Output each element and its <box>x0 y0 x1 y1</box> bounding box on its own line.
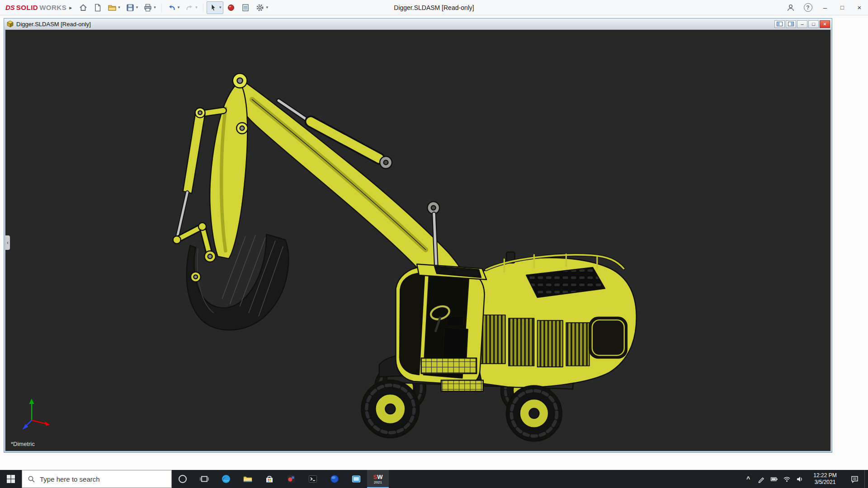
redo-caret-icon[interactable]: ▾ <box>195 5 198 9</box>
ds-logo: DS <box>5 4 15 11</box>
tile-windows-button[interactable] <box>786 20 796 28</box>
options-button[interactable]: ▾ <box>253 1 270 14</box>
select-tool-button[interactable]: ▾ <box>207 1 224 14</box>
close-button[interactable]: × <box>851 0 868 15</box>
cascade-windows-button[interactable] <box>774 20 785 28</box>
side-vent <box>509 318 534 366</box>
taskbar-app-button-sphere[interactable] <box>324 470 345 488</box>
window-app-icon <box>351 474 362 484</box>
step-grid <box>421 358 476 374</box>
wifi-icon <box>783 475 791 483</box>
help-icon: ? <box>804 3 812 12</box>
account-button[interactable] <box>782 0 799 15</box>
help-button[interactable]: ? <box>799 0 816 15</box>
clock-date: 3/5/2021 <box>815 479 836 486</box>
document-titlebar[interactable]: Digger.SLDASM [Read-only] – □ × <box>4 19 832 29</box>
assembly-cube-icon <box>7 20 14 28</box>
save-button[interactable]: ▾ <box>123 1 141 14</box>
tray-battery-button[interactable] <box>768 470 780 488</box>
new-document-icon <box>93 3 102 12</box>
task-view-button[interactable] <box>193 470 215 488</box>
window-title: Digger.SLDASM [Read-only] <box>394 0 474 15</box>
open-button[interactable]: ▾ <box>105 1 123 14</box>
volume-icon <box>796 475 803 483</box>
print-icon <box>143 3 152 12</box>
solidworks-logo: DS SOLIDWORKS <box>5 4 66 11</box>
start-button[interactable] <box>0 470 22 488</box>
colored-app-icon <box>286 474 297 484</box>
windows-logo-icon <box>6 474 15 483</box>
taskbar-search-input[interactable] <box>40 475 166 483</box>
appearance-sphere-icon <box>226 3 236 12</box>
document-title: Digger.SLDASM [Read-only] <box>16 21 91 28</box>
taskbar-edge-button[interactable] <box>215 470 237 488</box>
account-icon <box>786 3 795 12</box>
tray-network-button[interactable] <box>780 470 793 488</box>
cortana-button[interactable] <box>172 470 193 488</box>
taskbar-store-button[interactable] <box>259 470 280 488</box>
appearances-button[interactable] <box>224 1 238 14</box>
taskbar-file-explorer-button[interactable] <box>237 470 259 488</box>
show-desktop-button[interactable] <box>864 470 868 488</box>
excavator-model[interactable] <box>5 30 830 451</box>
side-vent <box>566 323 589 366</box>
file-explorer-icon <box>242 474 253 484</box>
select-caret-icon[interactable]: ▾ <box>219 5 222 9</box>
step-grid <box>441 380 483 391</box>
redo-icon <box>185 3 194 12</box>
solidworks-icon: SW 2021 <box>373 474 383 484</box>
undo-button[interactable]: ▾ <box>165 1 182 14</box>
home-button[interactable] <box>76 1 90 14</box>
redo-button[interactable]: ▾ <box>183 1 200 14</box>
save-caret-icon[interactable]: ▾ <box>136 5 138 9</box>
open-caret-icon[interactable]: ▾ <box>118 5 120 9</box>
store-icon <box>264 474 275 484</box>
cascade-windows-icon <box>777 22 783 26</box>
taskbar-solidworks-button[interactable]: SW 2021 <box>367 470 389 488</box>
taskbar: SW 2021 ^ 12:22 PM 3/5/2021 <box>0 470 868 488</box>
document-window: Digger.SLDASM [Read-only] – □ × <box>4 18 832 453</box>
design-table-button[interactable] <box>239 1 252 14</box>
tray-volume-button[interactable] <box>793 470 806 488</box>
document-minimize-button[interactable]: – <box>797 20 807 28</box>
document-restore-button[interactable]: □ <box>808 20 819 28</box>
feature-tree-collapse-tab[interactable]: ‹ <box>5 235 10 250</box>
tray-pen-button[interactable] <box>755 470 768 488</box>
sphere-app-icon <box>329 474 340 484</box>
home-icon <box>79 3 88 12</box>
cortana-icon <box>178 474 188 484</box>
titlebar-right-controls: ? – □ × <box>782 0 868 15</box>
task-view-icon <box>199 474 209 484</box>
select-cursor-icon <box>209 3 218 12</box>
3d-viewport[interactable]: *Dimetric ‹ <box>5 29 831 451</box>
open-folder-icon <box>108 3 117 12</box>
command-prompt-icon <box>307 474 318 484</box>
orientation-label: *Dimetric <box>11 441 35 447</box>
document-window-buttons: – □ × <box>774 20 830 28</box>
document-close-button[interactable]: × <box>820 20 830 28</box>
action-center-button[interactable] <box>844 470 864 488</box>
taskbar-app-button-window[interactable] <box>345 470 367 488</box>
toolbar-separator <box>203 3 203 12</box>
menu-expand-arrow-icon[interactable]: ▸ <box>69 5 72 11</box>
print-caret-icon[interactable]: ▾ <box>154 5 156 9</box>
new-document-button[interactable] <box>91 1 104 14</box>
hidden-icons-button[interactable]: ^ <box>741 470 755 488</box>
taskbar-clock[interactable]: 12:22 PM 3/5/2021 <box>806 470 844 488</box>
brand-solid-text: SOLID <box>16 4 38 11</box>
maximize-button[interactable]: □ <box>834 0 851 15</box>
search-icon <box>28 475 35 483</box>
brand-works-text: WORKS <box>39 4 66 11</box>
taskbar-command-prompt-button[interactable] <box>302 470 324 488</box>
bucket <box>187 235 289 330</box>
print-button[interactable]: ▾ <box>141 1 158 14</box>
undo-caret-icon[interactable]: ▾ <box>178 5 180 9</box>
pen-icon <box>758 475 765 483</box>
orientation-triad-icon <box>17 395 58 436</box>
minimize-button[interactable]: – <box>816 0 834 15</box>
taskbar-search[interactable] <box>22 470 172 488</box>
engine-housing <box>473 252 636 388</box>
taskbar-app-button-colored[interactable] <box>280 470 302 488</box>
design-table-icon <box>241 3 250 12</box>
options-caret-icon[interactable]: ▾ <box>266 5 268 9</box>
